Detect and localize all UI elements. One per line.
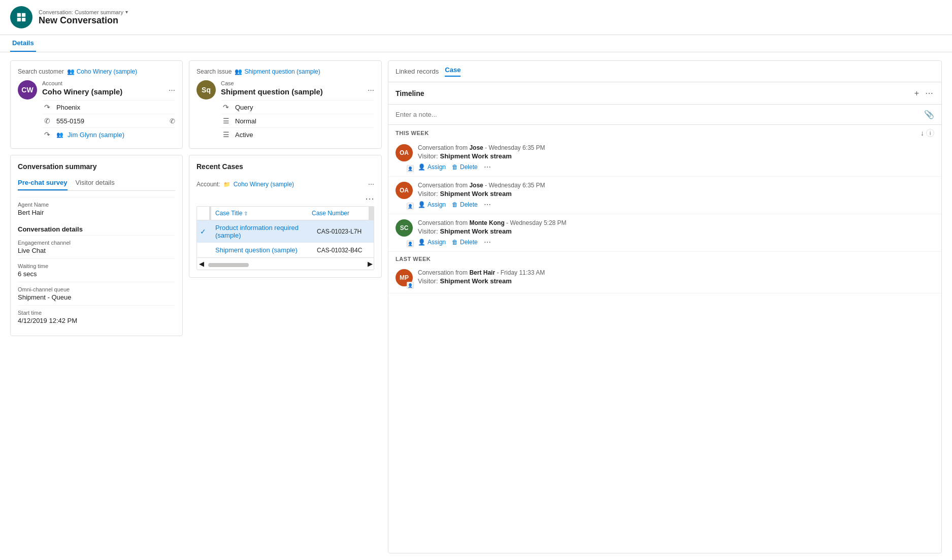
case-status-row: ☰ Active <box>221 127 374 141</box>
visitor-label-1: Visitor: <box>418 190 438 197</box>
from-name-2: Monte Kong <box>469 219 504 226</box>
info-button[interactable]: i <box>926 129 934 137</box>
case-number-1: CAS-01032-B4C <box>313 243 374 257</box>
item-more-button-0[interactable]: ⋯ <box>484 163 491 171</box>
from-label-0: Conversation from <box>418 144 468 151</box>
tab-pre-chat[interactable]: Pre-chat survey <box>18 176 68 190</box>
this-week-section: THIS WEEK ↓ i <box>388 125 941 139</box>
from-name-0: Jose <box>469 144 483 151</box>
horizontal-scrollbar[interactable]: ◀ ▶ <box>197 257 374 270</box>
timeline-more-button[interactable]: ⋯ <box>924 87 934 99</box>
tab-visitor-details[interactable]: Visitor details <box>76 176 115 190</box>
item-more-button-2[interactable]: ⋯ <box>484 238 491 246</box>
sort-down-button[interactable]: ↓ <box>921 129 924 137</box>
start-time-field: Start time 4/12/2019 12:42 PM <box>18 305 175 328</box>
timeline-scroll-area: THIS WEEK ↓ i OA 👤 <box>388 125 941 553</box>
waiting-time-field: Waiting time 6 secs <box>18 258 175 282</box>
case-priority-row: ☰ Normal <box>221 114 374 127</box>
assign-label-0: Assign <box>428 163 446 171</box>
case-info: Case Shipment question (sample) ⋯ ↷ Quer… <box>221 80 374 141</box>
account-city-row: ↷ Phoenix <box>42 100 175 114</box>
timeline-sub-icon-lw0: 👤 <box>407 282 414 289</box>
account-phone: 555-0159 <box>56 117 84 125</box>
visitor-label-2: Visitor: <box>418 227 438 235</box>
scrollbar-thumb[interactable] <box>208 263 249 267</box>
from-name-1: Jose <box>469 182 483 189</box>
recent-cases-card: Recent Cases Account: 📁 Coho Winery (sam… <box>189 155 382 278</box>
svg-rect-1 <box>22 13 25 17</box>
case-title-column-header[interactable]: Case Title ⇧ <box>211 207 308 220</box>
linked-records-case-tab[interactable]: Case <box>445 66 461 77</box>
timeline-item-actions-1: 👤 Assign 🗑 Delete ⋯ <box>418 201 934 209</box>
timeline-meta-lw0: Conversation from Bert Hair - Friday 11:… <box>418 269 934 276</box>
account-filter-link[interactable]: Coho Winery (sample) <box>234 181 294 188</box>
assign-button-0[interactable]: 👤 Assign <box>418 163 446 171</box>
assign-icon-1: 👤 <box>418 201 425 208</box>
timeline-avatar-wrap-0: OA 👤 <box>396 144 413 171</box>
header-text: Conversation: Customer summary ▾ New Con… <box>39 9 128 26</box>
scroll-right[interactable]: ▶ <box>368 260 372 268</box>
phone-end-icon[interactable]: ✆ <box>170 117 175 125</box>
header-subtitle: Conversation: Customer summary ▾ <box>39 9 128 15</box>
assign-button-1[interactable]: 👤 Assign <box>418 201 446 208</box>
account-more-icon[interactable]: ⋯ <box>169 86 175 94</box>
issue-link-text: Shipment question (sample) <box>244 68 320 75</box>
customer-icon: 👥 <box>67 68 75 75</box>
scroll-left[interactable]: ◀ <box>199 260 203 268</box>
cases-more-icon[interactable]: ⋯ <box>368 181 374 188</box>
start-time-value: 4/12/2019 12:42 PM <box>18 317 175 324</box>
page-title: New Conversation <box>39 15 128 26</box>
visitor-value-lw0: Shipment Work stream <box>440 277 512 285</box>
account-filter: Account: 📁 Coho Winery (sample) ⋯ <box>196 181 374 188</box>
waiting-time-label: Waiting time <box>18 263 175 269</box>
cases-table-wrapper: ✓ Product information required (sample) … <box>197 220 374 257</box>
note-input[interactable] <box>396 111 921 118</box>
this-week-label: THIS WEEK <box>396 130 429 136</box>
issue-search-link[interactable]: 👥 Shipment question (sample) <box>235 68 320 75</box>
case-row-link-1[interactable]: Shipment question (sample) <box>215 246 298 254</box>
visitor-label-lw0: Visitor: <box>418 277 438 285</box>
conversation-summary-card: Conversation summary Pre-chat survey Vis… <box>10 155 183 336</box>
assign-icon-2: 👤 <box>418 239 425 246</box>
customer-card: Search customer 👥 Coho Winery (sample) C… <box>10 60 183 149</box>
account-phone-row: ✆ 555-0159 ✆ <box>42 114 175 127</box>
tab-details[interactable]: Details <box>10 35 36 52</box>
case-number-column-header[interactable]: Case Number <box>308 207 369 220</box>
assign-button-2[interactable]: 👤 Assign <box>418 239 446 246</box>
item-more-button-1[interactable]: ⋯ <box>484 201 491 209</box>
contact-icon: ↷ <box>42 130 52 139</box>
account-avatar: CW <box>18 80 37 100</box>
location-icon: ↷ <box>42 103 52 111</box>
contact-link[interactable]: Jim Glynn (sample) <box>68 131 124 139</box>
engagement-channel-value: Live Chat <box>18 247 175 254</box>
customer-search-link[interactable]: 👥 Coho Winery (sample) <box>67 68 137 75</box>
note-input-area[interactable]: 📎 <box>388 105 941 125</box>
account-city: Phoenix <box>56 104 80 111</box>
delete-label-0: Delete <box>460 163 478 171</box>
case-more-icon[interactable]: ⋯ <box>368 86 374 94</box>
visitor-value-2: Shipment Work stream <box>440 227 512 235</box>
chevron-down-icon[interactable]: ▾ <box>125 9 128 15</box>
search-issue-bar: Search issue 👥 Shipment question (sample… <box>196 68 374 75</box>
svg-rect-0 <box>17 13 21 17</box>
account-filter-label: Account: <box>196 181 220 188</box>
case-type-row: ↷ Query <box>221 100 374 114</box>
delete-button-2[interactable]: 🗑 Delete <box>452 239 478 246</box>
timeline-title: Timeline <box>396 89 913 97</box>
delete-button-1[interactable]: 🗑 Delete <box>452 201 478 208</box>
agent-name-field: Agent Name Bert Hair <box>18 197 175 220</box>
delete-button-0[interactable]: 🗑 Delete <box>452 163 478 171</box>
timeline-meta-0: Conversation from Jose - Wednesday 6:35 … <box>418 144 934 151</box>
table-row[interactable]: Shipment question (sample) CAS-01032-B4C <box>197 243 374 257</box>
sort-icon: ⇧ <box>244 211 248 216</box>
timeline-avatar-wrap-2: SC 👤 <box>396 219 413 246</box>
last-week-section: LAST WEEK <box>388 252 941 264</box>
check-icon: ✓ <box>197 227 209 236</box>
attachment-icon: 📎 <box>924 110 934 119</box>
right-column: Linked records Case Timeline + ⋯ 📎 <box>388 60 942 553</box>
case-row-link-0[interactable]: Product information required (sample) <box>215 224 299 239</box>
table-row[interactable]: ✓ Product information required (sample) … <box>197 220 374 243</box>
timeline-add-button[interactable]: + <box>913 88 920 99</box>
from-label-1: Conversation from <box>418 182 468 189</box>
svg-rect-2 <box>17 18 21 21</box>
